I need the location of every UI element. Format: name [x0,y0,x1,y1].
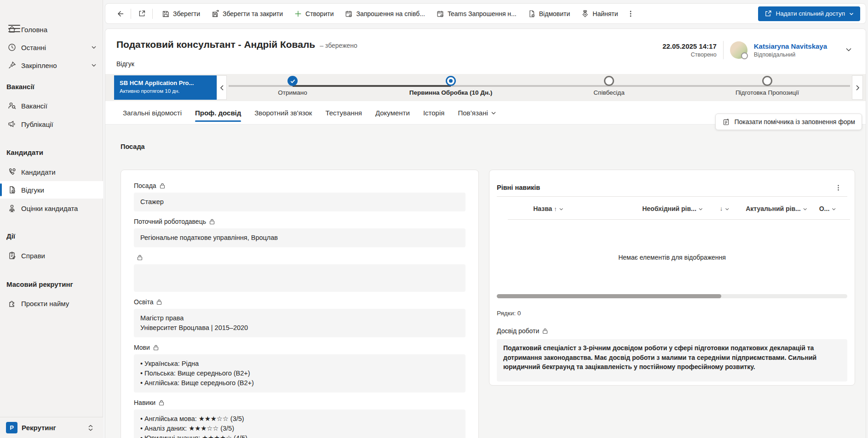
lock-icon [156,299,162,305]
lock-icon [137,255,143,261]
bpf-stages: Отримано Первинна Обробка (10 Дн.) Співб… [213,74,846,101]
sidebar-item-home[interactable]: Головна [0,21,103,38]
chevron-down-icon [698,207,703,211]
owner-field: Katsiaryna Navitskaya Відповідальний [754,42,827,58]
sidebar-item-label: Кандидати [21,168,56,176]
bpf-scroll-right-button[interactable] [852,75,863,100]
sidebar-item-pinned[interactable]: Закріплено [0,57,103,74]
more-commands-button[interactable] [624,6,638,21]
save-status: – збережено [320,42,357,49]
bpf-stage-received[interactable]: Отримано [213,74,372,101]
sidebar-group-vacancies: Вакансії [6,83,34,91]
grid-more-options-button[interactable] [834,183,843,192]
stage-completed-icon [287,76,298,86]
divider [497,196,847,197]
bpf-stage-initial-processing[interactable]: Первинна Обробка (10 Дн.) [372,74,530,101]
main-area: Зберегти Зберегти та закрити Створити За… [103,0,868,438]
pin-icon [7,61,17,70]
field-input[interactable] [134,264,466,292]
field-label: Поточний роботодавець [134,218,206,225]
person-search-icon [7,101,17,110]
popout-icon[interactable] [134,6,149,21]
tab-prof-experience[interactable]: Проф. досвід [195,101,241,124]
sidebar-item-candidates[interactable]: Кандидати [0,163,103,181]
create-button[interactable]: Створити [289,6,338,22]
field-input[interactable]: Регіональне податкове управління, Вроцла… [134,228,466,247]
sidebar-item-publications[interactable]: Публікації [0,115,103,133]
bpf-stage-offer-preparation[interactable]: Підготовка Пропозиції [688,74,846,101]
hired-stamp-icon [581,10,589,18]
chevron-down-icon[interactable] [91,63,97,68]
sidebar-item-label: Оцінки кандидата [21,205,78,212]
share-button[interactable]: Надати спільний доступ [758,6,860,21]
column-header-required-level[interactable]: Необхідний рів... [642,205,703,212]
field-position: Посада Стажер [134,181,466,211]
tab-testing[interactable]: Тестування [325,101,362,124]
area-switcher[interactable]: P Рекрутинг [0,417,103,438]
sidebar-item-vacancies[interactable]: Вакансії [0,97,103,114]
column-header-actual-level[interactable]: Актуальний рів... [746,205,807,212]
lock-icon [542,328,548,334]
divider [508,219,850,220]
column-header-sort[interactable]: ↓ [720,205,730,212]
sidebar-item-applications[interactable]: Відгуки [0,181,103,199]
sidebar-item-recent[interactable]: Останні [0,39,103,56]
field-input[interactable]: • Українська: Рідна • Польська: Вище сер… [134,354,466,392]
teams-invite-button[interactable]: Teams Запрошення н... [431,6,521,22]
column-header-name[interactable]: Назва ↑ [533,205,563,212]
chevron-down-icon [849,11,854,17]
avatar[interactable] [730,41,747,59]
interview-invite-button[interactable]: Запрошення на співб... [340,6,429,22]
bpf-process-label[interactable]: SB HCM Application Pro... Активно протяг… [114,75,217,100]
field-input[interactable]: Магістр права Університет Вроцлава | 201… [134,309,466,337]
hire-button[interactable]: Найняти [576,6,622,22]
sidebar-item-hiring-projects[interactable]: Проєкти найму [0,295,103,312]
tab-feedback[interactable]: Зворотний зв'язок [254,101,312,124]
section-title: Посада [121,143,145,150]
column-header-o[interactable]: О... [819,205,836,212]
form-body: Посада Посада Стажер Поточний роботодаве… [105,125,866,438]
sort-ascending-icon: ↑ [554,205,557,212]
skill-levels-card: Рівні навиків Назва ↑ Необхідний рів... … [489,170,855,386]
tab-general[interactable]: Загальні відомості [123,101,182,124]
field-work-experience: Досвід роботи [497,327,548,335]
sidebar: Головна Останні Закріплено Вакансії Вака… [0,0,103,438]
sidebar-item-cases[interactable]: Справи [0,247,103,264]
field-input[interactable]: • Англійська мова: ★★★☆☆ (3/5) • Аналіз … [134,410,466,438]
field-label: Посада [134,182,156,189]
stage-upcoming-icon [604,76,614,86]
document-check-icon [7,185,17,194]
lock-icon [159,400,164,406]
save-button[interactable]: Зберегти [157,6,205,22]
chevron-down-icon[interactable] [91,45,97,50]
scrollbar-thumb[interactable] [497,294,721,298]
lock-icon [160,183,165,189]
tab-history[interactable]: Історія [423,101,445,124]
chevron-down-icon [803,207,807,211]
horizontal-scrollbar[interactable] [497,294,847,298]
header-collapse-chevron-icon[interactable] [845,46,853,54]
calendar-icon [436,10,444,18]
sidebar-group-actions: Дії [6,232,15,240]
field-label: Навики [134,399,155,406]
sidebar-item-label: Відгуки [21,186,44,194]
divider [723,41,724,59]
home-icon [7,25,17,34]
back-button[interactable] [113,6,127,21]
work-experience-input[interactable]: Податковий спеціаліст з 3-річним досвідо… [497,339,847,381]
chevron-down-icon [559,207,563,211]
reject-button[interactable]: Відмовити [523,6,575,22]
tab-related[interactable]: Пов’язані [458,101,496,124]
bpf-stage-interview[interactable]: Співбесіда [530,74,688,101]
tab-documents[interactable]: Документи [375,101,410,124]
form-fill-assistant-button[interactable]: Показати помічника із заповнення форм [715,114,862,130]
field-label: Освіта [134,298,153,306]
area-label: Рекрутинг [22,424,56,432]
save-and-close-button[interactable]: Зберегти та закрити [207,6,287,22]
grid-empty-state: Немає елементів для відображення [489,254,855,261]
field-label: Досвід роботи [497,327,539,335]
created-field: 22.05.2025 14:17 Створено [662,42,717,58]
owner-name-link[interactable]: Katsiaryna Navitskaya [754,42,827,50]
sidebar-item-candidate-ratings[interactable]: Оцінки кандидата [0,199,103,217]
field-input[interactable]: Стажер [134,193,466,211]
